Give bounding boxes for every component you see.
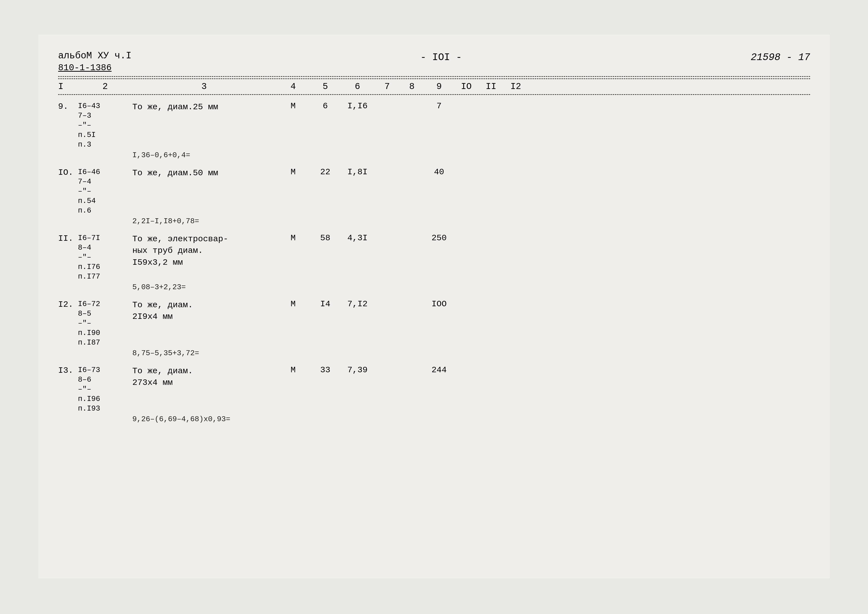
column-headers: I 2 3 4 5 6 7 8 9 IO II I2 bbox=[58, 78, 810, 95]
col-header-1: I bbox=[58, 82, 78, 92]
row-9-desc: То же, диам.25 мм bbox=[132, 101, 276, 113]
row-11-desc: То же, электросвар- ных труб диам. I59x3… bbox=[132, 233, 276, 269]
row-12-col6: 7,I2 bbox=[340, 299, 375, 309]
col-header-12: I2 bbox=[503, 82, 528, 92]
header-divider bbox=[58, 76, 810, 77]
row-11-col9: 250 bbox=[424, 233, 454, 243]
row-13-col6: 7,39 bbox=[340, 365, 375, 375]
row-10-col5: 22 bbox=[310, 167, 340, 177]
row-13-code: I6–73 8–6 –"– п.I96 п.I93 bbox=[78, 365, 132, 414]
header-center: - IOI - bbox=[420, 52, 462, 63]
row-9-col5: 6 bbox=[310, 101, 340, 111]
row-12-num: I2. bbox=[58, 299, 78, 309]
col-header-10: IO bbox=[454, 82, 479, 92]
row-9-formula-row: I,36–0,6+0,4= bbox=[58, 150, 810, 162]
col-header-8: 8 bbox=[400, 82, 424, 92]
row-9-col6: I,I6 bbox=[340, 101, 375, 111]
page: альбоМ ХУ ч.I 810-1-1386 - IOI - 21598 -… bbox=[38, 35, 830, 578]
row-13-unit: М bbox=[276, 365, 310, 375]
table-row: 9. I6–43 7–3 –"– п.5I п.3 То же, диам.25… bbox=[58, 100, 810, 150]
header-right: 21598 - 17 bbox=[751, 52, 810, 63]
table-row: I2. I6–72 8–5 –"– п.I90 п.I87 То же, диа… bbox=[58, 298, 810, 349]
col-header-5: 5 bbox=[310, 82, 340, 92]
col-header-7: 7 bbox=[375, 82, 400, 92]
row-9-col9: 7 bbox=[424, 101, 454, 111]
row-10-formula-row: 2,2I–I,I8+0,78= bbox=[58, 217, 810, 228]
col-header-11: II bbox=[479, 82, 503, 92]
row-13-formula-row: 9,26–(6,69–4,68)x0,93= bbox=[58, 414, 810, 426]
row-9-formula: I,36–0,6+0,4= bbox=[132, 151, 810, 160]
row-12-desc: То же, диам. 2I9x4 мм bbox=[132, 299, 276, 323]
row-11-col6: 4,3I bbox=[340, 233, 375, 243]
table-body: 9. I6–43 7–3 –"– п.5I п.3 То же, диам.25… bbox=[58, 96, 810, 426]
row-9-num: 9. bbox=[58, 101, 78, 111]
row-10-col9: 40 bbox=[424, 167, 454, 177]
row-10-num: IO. bbox=[58, 167, 78, 177]
col-header-4: 4 bbox=[276, 82, 310, 92]
row-12-formula: 8,75–5,35+3,72= bbox=[132, 349, 810, 357]
row-11-unit: М bbox=[276, 233, 310, 243]
row-12-unit: М bbox=[276, 299, 310, 309]
row-10-formula: 2,2I–I,I8+0,78= bbox=[132, 217, 810, 225]
row-11-num: II. bbox=[58, 233, 78, 243]
table-row: IO. I6–46 7–4 –"– п.54 п.6 То же, диам.5… bbox=[58, 166, 810, 217]
table-row: II. I6–7I 8–4 –"– п.I76 п.I77 То же, эле… bbox=[58, 233, 810, 282]
row-10-unit: М bbox=[276, 167, 310, 177]
col-header-3: 3 bbox=[132, 82, 276, 92]
col-header-9: 9 bbox=[424, 82, 454, 92]
row-10-desc: То же, диам.50 мм bbox=[132, 167, 276, 179]
row-13-col5: 33 bbox=[310, 365, 340, 375]
row-12-col9: IOO bbox=[424, 299, 454, 309]
row-13-desc: То же, диам. 273x4 мм bbox=[132, 365, 276, 389]
row-11-col5: 58 bbox=[310, 233, 340, 243]
row-10-col6: I,8I bbox=[340, 167, 375, 177]
row-11-formula: 5,08–3+2,23= bbox=[132, 283, 810, 291]
row-11-code: I6–7I 8–4 –"– п.I76 п.I77 bbox=[78, 233, 132, 282]
header: альбоМ ХУ ч.I 810-1-1386 - IOI - 21598 -… bbox=[58, 50, 810, 74]
row-13-formula: 9,26–(6,69–4,68)x0,93= bbox=[132, 415, 810, 423]
row-12-formula-row: 8,75–5,35+3,72= bbox=[58, 349, 810, 360]
album-label: альбоМ ХУ ч.I bbox=[58, 50, 131, 62]
row-12-col5: I4 bbox=[310, 299, 340, 309]
row-13-col9: 244 bbox=[424, 365, 454, 375]
album-num: 810-1-1386 bbox=[58, 62, 131, 74]
col-header-6: 6 bbox=[340, 82, 375, 92]
row-13-num: I3. bbox=[58, 365, 78, 375]
row-12-code: I6–72 8–5 –"– п.I90 п.I87 bbox=[78, 299, 132, 347]
header-left: альбоМ ХУ ч.I 810-1-1386 bbox=[58, 50, 131, 74]
table-row: I3. I6–73 8–6 –"– п.I96 п.I93 То же, диа… bbox=[58, 364, 810, 414]
col-header-2: 2 bbox=[78, 82, 132, 92]
row-9-unit: М bbox=[276, 101, 310, 111]
row-10-code: I6–46 7–4 –"– п.54 п.6 bbox=[78, 167, 132, 216]
row-11-formula-row: 5,08–3+2,23= bbox=[58, 282, 810, 294]
row-9-code: I6–43 7–3 –"– п.5I п.3 bbox=[78, 101, 132, 150]
